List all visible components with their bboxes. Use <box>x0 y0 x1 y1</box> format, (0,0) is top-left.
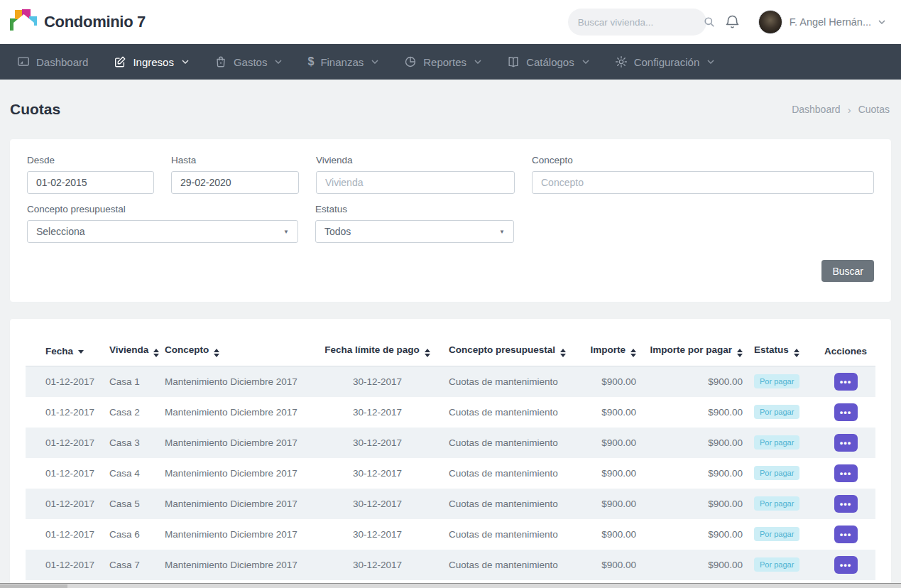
sort-icon <box>153 349 159 357</box>
sort-desc-icon <box>78 350 84 354</box>
cell-concepto-presupuestal: Cuotas de mantenimiento <box>443 550 571 580</box>
concepto-presupuestal-select[interactable]: Selecciona ▼ <box>27 220 298 243</box>
status-badge: Por pagar <box>754 466 799 480</box>
concepto-label: Concepto <box>532 155 874 165</box>
ellipsis-icon: ••• <box>840 529 852 540</box>
cell-importe-por-pagar: $900.00 <box>642 428 748 458</box>
shopping-bag-icon <box>214 55 227 68</box>
column-header-importe-por-pagar[interactable]: Importe por pagar <box>642 337 748 366</box>
cell-concepto: Mantenimiento Diciembre 2017 <box>159 397 312 428</box>
cell-fecha-limite: 30-12-2017 <box>312 550 443 580</box>
cell-concepto-presupuestal: Cuotas de mantenimiento <box>443 397 571 428</box>
status-badge: Por pagar <box>754 527 799 541</box>
column-header-acciones: Acciones <box>816 337 875 366</box>
desde-date-input[interactable] <box>27 171 154 194</box>
cell-fecha: 01-12-2017 <box>26 428 104 458</box>
search-icon[interactable] <box>704 16 715 28</box>
estatus-select[interactable]: Todos ▼ <box>315 220 514 243</box>
status-badge: Por pagar <box>754 496 799 511</box>
cell-vivienda: Casa 5 <box>104 489 159 519</box>
cell-importe: $900.00 <box>571 428 642 458</box>
breadcrumb-separator: › <box>848 104 851 116</box>
cell-concepto-presupuestal: Cuotas de mantenimiento <box>443 428 571 458</box>
vivienda-input[interactable] <box>316 171 515 194</box>
status-badge: Por pagar <box>754 374 799 388</box>
column-header-fecha[interactable]: Fecha <box>26 337 104 366</box>
monitor-icon <box>17 55 30 68</box>
user-avatar[interactable] <box>758 10 782 34</box>
cell-importe: $900.00 <box>571 458 642 489</box>
nav-item-catalogos[interactable]: Catálogos <box>500 44 605 80</box>
cell-fecha-limite: 30-12-2017 <box>312 366 443 397</box>
column-header-importe[interactable]: Importe <box>571 337 642 366</box>
row-actions-button[interactable]: ••• <box>834 373 858 391</box>
ellipsis-icon: ••• <box>840 376 852 387</box>
sort-icon <box>560 349 566 357</box>
sort-icon <box>737 349 743 357</box>
row-actions-button[interactable]: ••• <box>834 403 858 421</box>
row-actions-button[interactable]: ••• <box>834 556 858 574</box>
table-row: 01-12-2017 Casa 1 Mantenimiento Diciembr… <box>26 366 875 397</box>
nav-item-reportes[interactable]: Reportes <box>397 44 497 80</box>
search-box[interactable] <box>568 9 706 36</box>
nav-item-finanzas[interactable]: $ Finanzas <box>300 44 394 80</box>
nav-item-configuracion[interactable]: Configuración <box>608 44 731 80</box>
table-row: 01-12-2017 Casa 5 Mantenimiento Diciembr… <box>26 489 875 519</box>
select-caret-icon: ▼ <box>499 229 505 235</box>
cuotas-table: Fecha Vivienda Concepto Fecha límite de … <box>26 337 875 580</box>
cell-fecha: 01-12-2017 <box>26 458 104 489</box>
concepto-presupuestal-label: Concepto presupuestal <box>27 204 298 214</box>
column-header-concepto[interactable]: Concepto <box>159 337 312 366</box>
chevron-down-icon <box>182 60 189 64</box>
desde-label: Desde <box>27 155 154 165</box>
concepto-input[interactable] <box>532 171 874 194</box>
cell-importe: $900.00 <box>571 366 642 397</box>
status-badge: Por pagar <box>754 435 799 450</box>
column-header-vivienda[interactable]: Vivienda <box>104 337 159 366</box>
brand[interactable]: Condominio 7 <box>10 9 146 35</box>
scrollbar-thumb[interactable] <box>0 584 67 588</box>
cell-fecha: 01-12-2017 <box>26 519 104 550</box>
row-actions-button[interactable]: ••• <box>834 464 858 482</box>
search-input[interactable] <box>578 17 704 28</box>
cell-importe-por-pagar: $900.00 <box>642 458 748 489</box>
chevron-down-icon <box>275 60 282 64</box>
row-actions-button[interactable]: ••• <box>834 434 858 452</box>
notifications-bell-icon[interactable] <box>725 14 740 30</box>
nav-item-gastos[interactable]: Gastos <box>207 44 298 80</box>
column-header-estatus[interactable]: Estatus <box>748 337 816 366</box>
top-header: Condominio 7 F. Angel Hernán... <box>0 0 901 44</box>
ellipsis-icon: ••• <box>840 499 852 509</box>
ellipsis-icon: ••• <box>840 437 852 448</box>
chevron-down-icon <box>582 60 589 64</box>
ellipsis-icon: ••• <box>840 560 852 570</box>
row-actions-button[interactable]: ••• <box>834 495 858 513</box>
main-navigation: Dashboard Ingresos Gastos $ Finanzas <box>0 44 901 80</box>
row-actions-button[interactable]: ••• <box>834 526 858 543</box>
user-menu[interactable]: F. Angel Hernán... <box>758 10 885 34</box>
nav-item-dashboard[interactable]: Dashboard <box>10 44 104 80</box>
ellipsis-icon: ••• <box>840 468 852 479</box>
chevron-down-icon <box>878 20 885 24</box>
column-header-fecha-limite[interactable]: Fecha límite de pago <box>312 337 443 366</box>
cell-importe: $900.00 <box>571 397 642 428</box>
column-header-concepto-presupuestal[interactable]: Concepto presupuestal <box>443 337 571 366</box>
edit-icon <box>114 55 126 68</box>
buscar-button[interactable]: Buscar <box>821 260 874 282</box>
nav-item-ingresos[interactable]: Ingresos <box>107 44 204 80</box>
table-row: 01-12-2017 Casa 4 Mantenimiento Diciembr… <box>26 458 875 489</box>
horizontal-scrollbar[interactable] <box>0 583 901 588</box>
sort-icon <box>214 349 219 357</box>
ellipsis-icon: ••• <box>840 407 852 418</box>
cell-concepto-presupuestal: Cuotas de mantenimiento <box>443 366 571 397</box>
cell-fecha-limite: 30-12-2017 <box>312 489 443 519</box>
cell-fecha: 01-12-2017 <box>26 397 104 428</box>
cell-fecha: 01-12-2017 <box>26 366 104 397</box>
book-icon <box>507 55 520 68</box>
cell-importe-por-pagar: $900.00 <box>642 519 748 550</box>
cell-vivienda: Casa 2 <box>104 397 159 428</box>
vivienda-label: Vivienda <box>316 155 515 165</box>
cell-vivienda: Casa 6 <box>104 519 159 550</box>
breadcrumb-dashboard-link[interactable]: Dashboard <box>792 104 841 115</box>
hasta-date-input[interactable] <box>171 171 299 194</box>
